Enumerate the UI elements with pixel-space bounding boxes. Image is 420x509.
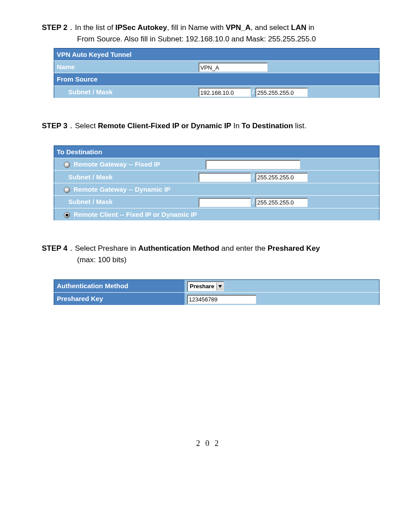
slash-sep: / (252, 198, 254, 205)
opt2-label: Remote Gateway -- Dynamic IP (74, 186, 170, 193)
mask-input[interactable] (255, 88, 308, 97)
t: list. (293, 122, 306, 130)
t: , fill in Name with (167, 23, 225, 32)
opt2-subnet-cell: / (196, 196, 379, 208)
opt2-subnet-label: Subnet / Mask (54, 196, 196, 208)
t: Authentication Method (138, 244, 219, 253)
opt1-subnet-label: Subnet / Mask (54, 171, 196, 183)
step2-text2: From Source. Also fill in Subnet: 192.16… (77, 33, 378, 45)
radio-icon[interactable] (64, 162, 70, 168)
step3-table: To Destination Remote Gateway -- Fixed I… (54, 145, 379, 221)
step4-text2: (max: 100 bits) (77, 254, 378, 266)
t: Select Preshare in (75, 244, 138, 253)
t: VPN_A (226, 23, 251, 32)
opt3-label: Remote Client -- Fixed IP or Dynamic IP (74, 211, 197, 218)
opt2-cell[interactable]: Remote Gateway -- Dynamic IP (54, 183, 379, 195)
step3-text: Select Remote Client-Fixed IP or Dynamic… (75, 122, 306, 130)
preshared-key-input[interactable] (187, 295, 256, 304)
step4-table: Authentication Method Preshare Preshared… (54, 279, 379, 305)
radio-icon[interactable] (64, 212, 70, 218)
subnet-mask-value-cell: / (196, 85, 379, 98)
name-value-cell (196, 60, 379, 73)
t: Select (75, 122, 98, 130)
t: Remote Client-Fixed IP or Dynamic IP (98, 122, 231, 130)
t: In (231, 122, 242, 130)
slash-sep: / (252, 88, 254, 96)
name-input[interactable] (199, 63, 268, 72)
opt1-ip-input[interactable] (206, 160, 300, 169)
opt1-mask-input[interactable] (255, 173, 308, 182)
opt1-label: Remote Gateway -- Fixed IP (74, 160, 160, 168)
t: IPSec Autokey (115, 23, 167, 32)
t: LAN (291, 23, 306, 32)
step2-block: STEP 2．In the list of IPSec Autokey, fil… (42, 22, 378, 98)
step4-text: Select Preshare in Authentication Method… (75, 244, 320, 253)
slash-sep: / (252, 173, 254, 180)
t: To Destination (242, 122, 293, 130)
opt1-subnet-cell: / (196, 171, 379, 183)
t: Preshared Key (268, 244, 320, 253)
auth-method-cell: Preshare (184, 279, 379, 293)
step3-block: STEP 3．Select Remote Client-Fixed IP or … (42, 120, 378, 221)
preshared-key-cell (184, 293, 379, 305)
name-label: Name (54, 60, 196, 73)
step2-text1: In the list of IPSec Autokey, fill in Na… (75, 23, 314, 32)
t: and enter the (219, 244, 268, 253)
svg-marker-0 (218, 285, 222, 288)
opt1-ip-cell (196, 158, 379, 171)
t: In the list of (75, 23, 115, 32)
step4-label: STEP 4 (42, 244, 67, 253)
radio-icon[interactable] (64, 187, 70, 193)
step3-label: STEP 3 (42, 122, 67, 130)
opt2-subnet-input[interactable] (199, 198, 251, 207)
step2-table: VPN Auto Keyed Tunnel Name From Source S… (54, 48, 379, 99)
opt2-mask-input[interactable] (255, 198, 308, 207)
to-destination-header: To Destination (54, 145, 379, 158)
auth-method-value: Preshare (188, 282, 216, 291)
preshared-key-label: Preshared Key (54, 293, 185, 305)
step3-sep: ． (67, 122, 75, 130)
from-source-header: From Source (54, 73, 379, 85)
page-number: 202 (42, 438, 378, 450)
auth-method-label: Authentication Method (54, 279, 185, 293)
step4-block: STEP 4．Select Preshare in Authentication… (42, 243, 378, 305)
opt1-cell[interactable]: Remote Gateway -- Fixed IP (54, 158, 196, 171)
step2-sep: ． (67, 23, 75, 32)
step2-label: STEP 2 (42, 23, 67, 32)
vpn-tunnel-header: VPN Auto Keyed Tunnel (54, 48, 379, 60)
subnet-input[interactable] (199, 88, 251, 97)
dropdown-icon[interactable] (216, 282, 224, 290)
step4-sep: ． (67, 244, 75, 253)
t: in (306, 23, 314, 32)
t: , and select (251, 23, 291, 32)
opt1-subnet-input[interactable] (199, 173, 251, 182)
opt3-cell[interactable]: Remote Client -- Fixed IP or Dynamic IP (54, 208, 379, 220)
subnet-mask-label: Subnet / Mask (54, 85, 196, 98)
auth-method-select[interactable]: Preshare (187, 281, 224, 291)
